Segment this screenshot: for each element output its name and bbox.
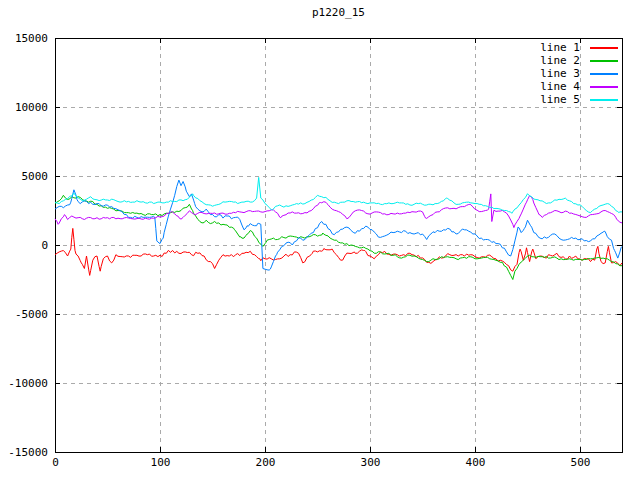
- y-tick-label: 0: [41, 239, 48, 252]
- y-tick-label: -15000: [8, 446, 48, 459]
- chart-title: p1220_15: [55, 6, 622, 19]
- series-line-5: [55, 177, 622, 213]
- y-tick-label: 10000: [15, 101, 48, 114]
- legend-swatch-icon: [590, 60, 618, 62]
- y-tick-label: -10000: [8, 377, 48, 390]
- x-tick-label: 400: [466, 456, 486, 469]
- x-tick-label: 200: [256, 456, 276, 469]
- legend-label: line 1: [538, 41, 580, 54]
- x-tick-label: 500: [571, 456, 591, 469]
- legend-swatch-icon: [590, 99, 618, 101]
- x-tick-label: 100: [151, 456, 171, 469]
- y-tick-label: 15000: [15, 32, 48, 45]
- legend-swatch-icon: [590, 86, 618, 88]
- legend-row-2: line 2: [538, 54, 618, 67]
- legend-swatch-icon: [590, 47, 618, 49]
- series-line-2: [55, 195, 622, 279]
- legend-swatch-icon: [590, 73, 618, 75]
- legend-label: line 5: [538, 93, 580, 106]
- legend-row-5: line 5: [538, 93, 618, 106]
- legend-label: line 4: [538, 80, 580, 93]
- legend-label: line 3: [538, 67, 580, 80]
- series-line-4: [55, 194, 622, 228]
- chart: 0100200300400500-15000-10000-50000500010…: [0, 0, 640, 480]
- legend-label: line 2: [538, 54, 580, 67]
- legend-row-1: line 1: [538, 41, 618, 54]
- legend: line 1line 2line 3line 4line 5: [538, 41, 618, 106]
- legend-row-4: line 4: [538, 80, 618, 93]
- x-tick-label: 300: [361, 456, 381, 469]
- x-tick-label: 0: [52, 456, 59, 469]
- y-tick-label: 5000: [22, 170, 49, 183]
- y-tick-label: -5000: [15, 308, 48, 321]
- legend-row-3: line 3: [538, 67, 618, 80]
